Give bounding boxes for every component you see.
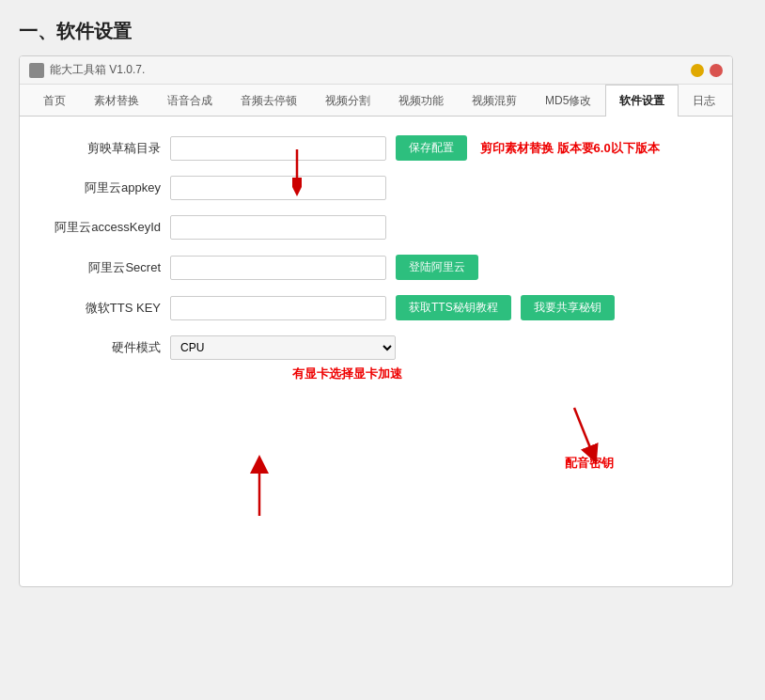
label-jianying: 剪映草稿目录 xyxy=(48,140,170,157)
hardware-annotation: 有显卡选择显卡加速 xyxy=(236,366,704,382)
minimize-button[interactable] xyxy=(691,64,704,77)
label-appkey: 阿里云appkey xyxy=(48,179,170,196)
label-accesskeyid: 阿里云accessKeyId xyxy=(48,219,170,236)
save-config-button[interactable]: 保存配置 xyxy=(396,135,467,161)
label-tts: 微软TTS KEY xyxy=(48,300,170,317)
close-button[interactable] xyxy=(710,64,723,77)
peiyin-note-text: 配音密钥 xyxy=(565,455,614,472)
form-row-appkey: 阿里云appkey xyxy=(48,176,704,200)
form-row-jianying: 剪映草稿目录 保存配置 剪印素材替换 版本要6.0以下版本 xyxy=(48,135,704,161)
form-row-secret: 阿里云Secret 登陆阿里云 xyxy=(48,255,704,280)
tab-素材替换[interactable]: 素材替换 xyxy=(80,85,153,117)
form-row-accesskeyid: 阿里云accessKeyId xyxy=(48,215,704,240)
hardware-select[interactable]: CPU GPU xyxy=(170,335,396,360)
tab-视频分割[interactable]: 视频分割 xyxy=(311,85,384,117)
hardware-arrow-svg xyxy=(222,450,297,525)
form-row-hardware: 硬件模式 CPU GPU xyxy=(48,335,704,360)
input-secret[interactable] xyxy=(170,256,386,280)
label-secret: 阿里云Secret xyxy=(48,259,170,276)
page-title: 一、软件设置 xyxy=(19,19,746,44)
app-window: 能大工具箱 V1.0.7. 首页素材替换语音合成音频去停顿视频分割视频功能视频混… xyxy=(19,55,733,587)
tab-语音合成[interactable]: 语音合成 xyxy=(153,85,226,117)
input-appkey[interactable] xyxy=(170,176,386,200)
tab-首页[interactable]: 首页 xyxy=(29,85,80,117)
title-bar: 能大工具箱 V1.0.7. xyxy=(20,56,732,85)
form-row-tts: 微软TTS KEY 获取TTS秘钥教程 我要共享秘钥 xyxy=(48,295,704,320)
hardware-note-text: 有显卡选择显卡加速 xyxy=(292,366,402,382)
jianying-note: 剪印素材替换 版本要6.0以下版本 xyxy=(480,140,660,157)
login-aliyun-button[interactable]: 登陆阿里云 xyxy=(396,255,478,280)
app-icon xyxy=(29,63,44,78)
label-hardware: 硬件模式 xyxy=(48,339,170,356)
tab-bar: 首页素材替换语音合成音频去停顿视频分割视频功能视频混剪MD5修改软件设置日志 xyxy=(20,85,732,117)
tab-视频功能[interactable]: 视频功能 xyxy=(384,85,458,117)
share-key-button[interactable]: 我要共享秘钥 xyxy=(521,295,615,320)
tab-软件设置[interactable]: 软件设置 xyxy=(605,85,679,117)
content-area: 剪映草稿目录 保存配置 剪印素材替换 版本要6.0以下版本 阿里云appkey … xyxy=(20,117,732,586)
app-title: 能大工具箱 V1.0.7. xyxy=(50,62,145,78)
tab-日志[interactable]: 日志 xyxy=(679,85,729,117)
input-accesskeyid[interactable] xyxy=(170,215,386,240)
tab-视频混剪[interactable]: 视频混剪 xyxy=(458,85,531,117)
tab-MD5修改[interactable]: MD5修改 xyxy=(531,85,605,117)
input-jianying[interactable] xyxy=(170,136,386,161)
input-tts[interactable] xyxy=(170,296,386,320)
get-tts-key-button[interactable]: 获取TTS秘钥教程 xyxy=(396,295,511,320)
tab-音频去停顿[interactable]: 音频去停顿 xyxy=(226,85,311,117)
